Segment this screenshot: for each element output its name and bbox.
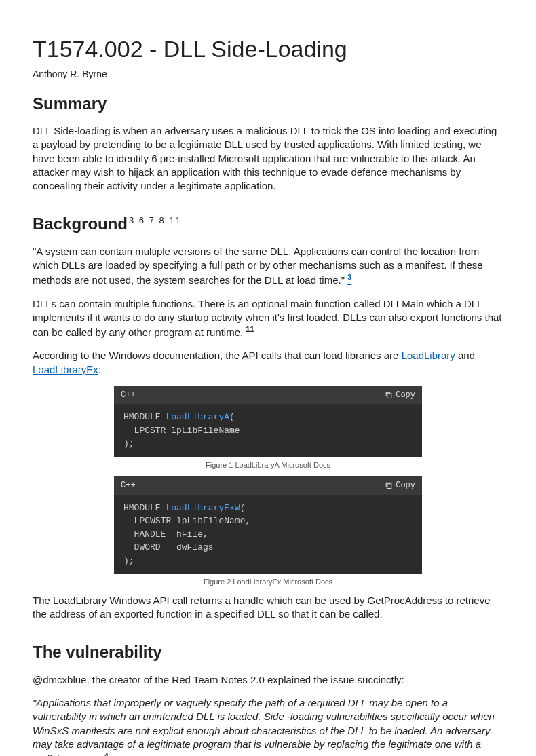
background-para-3: According to the Windows documentation, … — [33, 349, 503, 377]
fn-name-2: LoadLibraryExW — [166, 503, 240, 513]
figure-2-caption: Figure 2 LoadLibraryEx Microsoft Docs — [33, 577, 503, 587]
page-title: T1574.002 - DLL Side-Loading — [33, 34, 503, 65]
copy-icon — [385, 481, 393, 489]
background-heading-text: Background — [33, 214, 128, 233]
svg-rect-1 — [387, 484, 391, 489]
background-para-4: The LoadLibrary Windows API call returns… — [33, 594, 503, 622]
vuln-quote-text: "Applications that improperly or vaguely… — [33, 697, 495, 756]
vuln-intro: @dmcxblue, the creator of the Red Team N… — [33, 673, 503, 687]
fn-name-1: LoadLibraryA — [166, 412, 229, 422]
copy-button-1[interactable]: Copy — [385, 390, 415, 400]
loadlibraryex-link[interactable]: LoadLibraryEx — [33, 364, 98, 375]
background-heading: Background3 6 7 8 11 — [33, 213, 503, 235]
copy-label-1: Copy — [396, 390, 415, 400]
ref-11-sup: 11 — [246, 325, 254, 333]
code-block-2: C++ Copy HMODULE LoadLibraryExW( LPCWSTR… — [114, 476, 422, 574]
summary-body: DLL Side-loading is when an adversary us… — [33, 124, 503, 193]
background-para-1: "A system can contain multiple versions … — [33, 245, 503, 288]
bg-p3-end: : — [98, 364, 101, 375]
code-body-1: HMODULE LoadLibraryA( LPCSTR lpLibFileNa… — [114, 404, 422, 457]
vuln-quote: "Applications that improperly or vaguely… — [33, 696, 503, 756]
bg-p3-mid: and — [455, 349, 475, 361]
code-body-2: HMODULE LoadLibraryExW( LPCWSTR lpLibFil… — [114, 495, 422, 575]
ref-4-sup: 4 — [104, 752, 108, 756]
code-lang-2: C++ — [121, 480, 136, 491]
vulnerability-heading: The vulnerability — [33, 641, 503, 663]
author-line: Anthony R. Byrne — [33, 68, 503, 81]
bg-p3-pre: According to the Windows documentation, … — [33, 349, 402, 361]
background-para-2: DLLs can contain multiple functions. The… — [33, 297, 503, 340]
loadlibrary-link[interactable]: LoadLibrary — [402, 349, 455, 361]
summary-heading: Summary — [33, 93, 503, 115]
copy-button-2[interactable]: Copy — [385, 480, 415, 491]
background-heading-refs: 3 6 7 8 11 — [129, 215, 182, 225]
background-p2-text: DLLs can contain multiple functions. The… — [33, 298, 502, 339]
code-block-1: C++ Copy HMODULE LoadLibraryA( LPCSTR lp… — [114, 386, 422, 457]
figure-1-caption: Figure 1 LoadLibraryA Microsoft Docs — [33, 460, 503, 470]
svg-rect-0 — [387, 394, 391, 398]
ref-3-sup: 3 — [347, 273, 351, 281]
copy-icon — [385, 391, 393, 399]
copy-label-2: Copy — [396, 480, 415, 491]
code-lang-1: C++ — [121, 390, 136, 400]
code-header-1: C++ Copy — [114, 386, 422, 404]
ref-link-3[interactable]: 3 — [347, 274, 351, 286]
code-header-2: C++ Copy — [114, 476, 422, 494]
background-p1-text: "A system can contain multiple versions … — [33, 246, 483, 286]
